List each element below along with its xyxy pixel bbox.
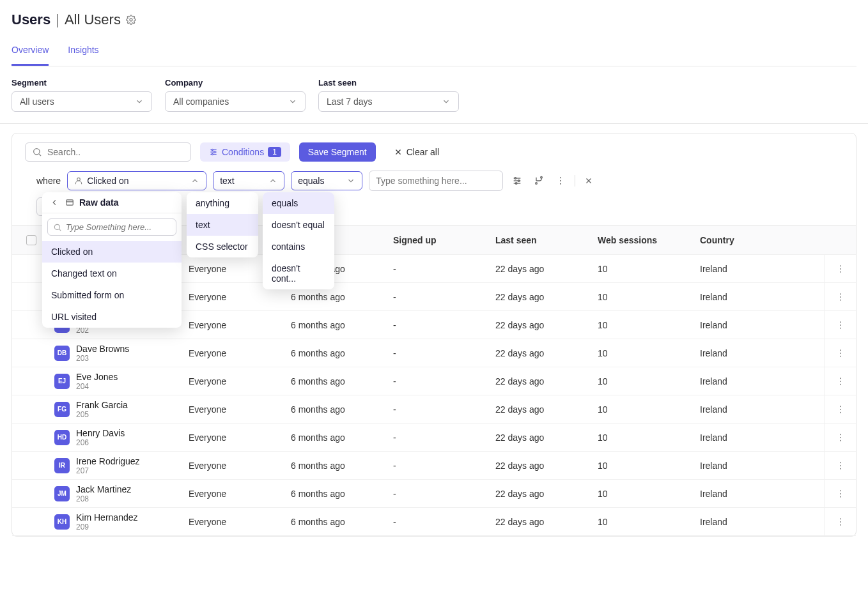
cell-signed-up: - [388, 458, 490, 473]
condition-event-value: Clicked on [87, 176, 128, 186]
user-id: 203 [76, 354, 129, 363]
branch-icon[interactable] [531, 173, 546, 188]
op-option-equals[interactable]: equals [263, 192, 334, 214]
svg-point-39 [840, 327, 841, 328]
condition-type-select[interactable]: text [213, 171, 284, 190]
lastseen-select[interactable]: Last 7 days [318, 91, 459, 112]
cell-sessions: 10 [593, 289, 695, 305]
type-option-css[interactable]: CSS selector [187, 236, 258, 257]
search-input[interactable] [47, 147, 184, 157]
chevron-down-icon [135, 97, 144, 106]
segment-select[interactable]: All users [12, 91, 152, 112]
remove-condition-icon[interactable] [582, 174, 596, 188]
col-sessions: Web sessions [593, 233, 695, 248]
svg-point-43 [840, 378, 841, 379]
table-row[interactable]: JMJack Martinez208Everyone6 months ago-2… [12, 480, 856, 508]
data-icon [65, 198, 74, 207]
avatar: FG [54, 402, 70, 417]
filters-bar: Segment All users Company All companies … [0, 66, 868, 124]
user-id: 204 [76, 382, 118, 391]
col-country: Country [695, 233, 824, 248]
cell-signed-up: - [388, 346, 490, 361]
row-more-icon[interactable] [824, 283, 856, 310]
select-all-checkbox[interactable] [26, 235, 36, 245]
row-more-icon[interactable] [824, 255, 856, 282]
cell-joined: 6 months ago [286, 346, 388, 361]
company-select[interactable]: All companies [165, 91, 306, 112]
type-option-text[interactable]: text [187, 214, 258, 236]
cell-joined: 6 months ago [286, 486, 388, 501]
conditions-button[interactable]: Conditions 1 [200, 142, 290, 162]
avatar: JM [54, 486, 70, 501]
table-row[interactable]: DBDave Browns203Everyone6 months ago-22 … [12, 339, 856, 367]
cell-sessions: 10 [593, 486, 695, 501]
event-option-clicked-on[interactable]: Clicked on [42, 241, 182, 263]
table-row[interactable]: FGFrank Garcia205Everyone6 months ago-22… [12, 395, 856, 424]
sliders-icon [209, 148, 218, 157]
svg-point-41 [840, 353, 841, 354]
row-more-icon[interactable] [824, 339, 856, 367]
user-id: 208 [76, 494, 131, 503]
row-more-icon[interactable] [824, 508, 856, 535]
user-name: Frank Garcia [76, 400, 128, 410]
cell-last-seen: 22 days ago [490, 430, 593, 445]
row-more-icon[interactable] [824, 424, 856, 451]
row-more-icon[interactable] [824, 480, 856, 507]
user-name: Irene Rodriguez [76, 456, 140, 466]
tune-icon[interactable] [509, 173, 525, 188]
close-icon [394, 148, 403, 157]
save-segment-button[interactable]: Save Segment [299, 142, 376, 162]
row-more-icon[interactable] [824, 367, 856, 395]
event-dropdown-search[interactable] [47, 218, 176, 236]
conditions-count: 1 [268, 147, 281, 157]
event-option-submitted-form[interactable]: Submitted form on [42, 284, 182, 306]
table-row[interactable]: KHKim Hernandez209Everyone6 months ago-2… [12, 508, 856, 536]
table-row[interactable]: IRIrene Rodriguez207Everyone6 months ago… [12, 452, 856, 480]
op-option-contains[interactable]: contains [263, 236, 334, 257]
search-input-wrap[interactable] [25, 142, 191, 162]
event-dropdown-search-input[interactable] [66, 222, 171, 232]
user-icon [74, 176, 83, 185]
cell-sessions: 10 [593, 346, 695, 361]
row-more-icon[interactable] [824, 452, 856, 479]
cell-email: Everyone [183, 514, 286, 530]
table-row[interactable]: HDHenry Davis206Everyone6 months ago-22 … [12, 424, 856, 452]
search-icon [53, 223, 62, 232]
op-option-not-equal[interactable]: doesn't equal [263, 214, 334, 236]
user-id: 206 [76, 438, 125, 447]
tab-overview[interactable]: Overview [12, 38, 49, 66]
segment-value: All users [20, 96, 54, 107]
table-row[interactable]: EJEve Jones204Everyone6 months ago-22 da… [12, 367, 856, 395]
cell-email: Everyone [183, 402, 286, 417]
clear-all-button[interactable]: Clear all [385, 142, 448, 162]
row-more-icon[interactable] [824, 395, 856, 423]
segment-label: Segment [12, 78, 152, 88]
more-vertical-icon[interactable] [553, 173, 568, 188]
clear-all-label: Clear all [407, 147, 439, 157]
tab-insights[interactable]: Insights [68, 38, 98, 66]
event-option-url-visited[interactable]: URL visited [42, 306, 182, 328]
svg-point-40 [840, 349, 841, 351]
user-name: Eve Jones [76, 372, 118, 382]
tabs: Overview Insights [12, 38, 856, 66]
svg-point-45 [840, 383, 841, 385]
svg-point-48 [840, 411, 841, 413]
back-icon[interactable] [50, 198, 59, 207]
cell-email: Everyone [183, 289, 286, 305]
op-option-not-contain[interactable]: doesn't cont... [263, 257, 334, 289]
row-more-icon[interactable] [824, 311, 856, 339]
svg-point-1 [34, 149, 40, 155]
page-subtitle: All Users [65, 11, 121, 28]
condition-event-select[interactable]: Clicked on [67, 171, 206, 190]
condition-value-input[interactable] [369, 171, 503, 191]
page-title: Users [12, 11, 50, 28]
cell-sessions: 10 [593, 514, 695, 530]
svg-point-22 [560, 183, 561, 185]
type-option-anything[interactable]: anything [187, 192, 258, 214]
user-name: Kim Hernandez [76, 512, 138, 523]
chevron-down-icon [346, 176, 355, 185]
gear-icon[interactable] [126, 15, 136, 25]
event-option-changed-text[interactable]: Changed text on [42, 263, 182, 284]
condition-operator-select[interactable]: equals [291, 171, 362, 190]
cell-sessions: 10 [593, 458, 695, 473]
